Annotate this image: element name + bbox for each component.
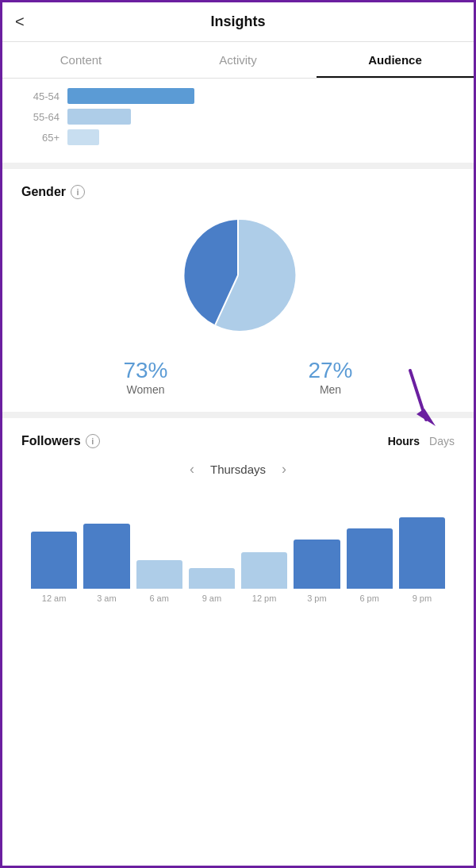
- age-row-65plus: 65+: [21, 129, 455, 145]
- age-row-55-64: 55-64: [21, 109, 455, 125]
- tabs-bar: Content Activity Audience: [2, 42, 474, 79]
- age-bar: [67, 129, 99, 145]
- women-label: Women: [123, 383, 167, 396]
- time-label-9am: 9 am: [186, 593, 238, 603]
- header: < Insights: [2, 2, 474, 42]
- age-label: 55-64: [21, 111, 60, 123]
- days-button[interactable]: Days: [429, 435, 455, 447]
- time-toggle: Hours Days: [388, 435, 455, 447]
- time-label-3am: 3 am: [80, 593, 132, 603]
- gender-pie-svg: [175, 212, 301, 339]
- men-label: Men: [308, 383, 352, 396]
- women-percentage: 73%: [123, 358, 167, 383]
- back-button[interactable]: <: [15, 13, 25, 31]
- followers-info-icon[interactable]: i: [86, 434, 100, 448]
- bar-time-labels: 12 am 3 am 6 am 9 am 12 pm 3 pm 6 pm 9 p…: [21, 593, 455, 603]
- followers-bar-chart: [21, 494, 455, 589]
- tab-activity[interactable]: Activity: [159, 42, 317, 78]
- time-label-12am: 12 am: [28, 593, 80, 603]
- age-bar: [67, 88, 194, 104]
- time-label-6pm: 6 pm: [344, 593, 396, 603]
- day-navigator: ‹ Thursdays ›: [21, 461, 455, 478]
- bar: [83, 524, 129, 589]
- gender-info-icon[interactable]: i: [71, 185, 85, 199]
- age-bar: [67, 109, 131, 125]
- time-label-3pm: 3 pm: [290, 593, 343, 603]
- gender-title: Gender i: [21, 185, 455, 199]
- bar-col-12pm: [238, 552, 290, 589]
- bar-col-6am: [133, 560, 186, 589]
- bar-col-9am: [186, 568, 238, 589]
- prev-day-button[interactable]: ‹: [190, 461, 194, 478]
- hours-button[interactable]: Hours: [388, 435, 420, 447]
- bar: [136, 560, 182, 589]
- bar: [347, 528, 393, 589]
- age-label: 65+: [21, 132, 60, 144]
- bar-col-12am: [28, 532, 80, 589]
- followers-header: Followers i Hours Days: [21, 434, 455, 448]
- time-label-6am: 6 am: [133, 593, 186, 603]
- bar-col-3am: [80, 524, 132, 589]
- followers-section: Followers i Hours Days ‹ Thursdays ›: [2, 418, 474, 611]
- age-row-45-54: 45-54: [21, 88, 455, 104]
- tab-content[interactable]: Content: [2, 42, 159, 78]
- bar-col-9pm: [396, 517, 448, 589]
- bar-col-3pm: [290, 540, 343, 589]
- tab-audience[interactable]: Audience: [317, 42, 474, 78]
- bar: [399, 517, 445, 589]
- bar-col-6pm: [344, 528, 396, 589]
- age-label: 45-54: [21, 90, 60, 102]
- age-section: 45-54 55-64 65+: [2, 79, 474, 169]
- bar: [31, 532, 77, 589]
- bar: [241, 552, 287, 589]
- page-title: Insights: [210, 13, 265, 30]
- gender-section: Gender i 73% Women 27% Men: [2, 169, 474, 418]
- followers-section-wrapper: Followers i Hours Days ‹ Thursdays ›: [2, 418, 474, 611]
- pie-chart: [21, 212, 455, 339]
- time-label-12pm: 12 pm: [238, 593, 290, 603]
- gender-stats: 73% Women 27% Men: [21, 358, 455, 396]
- day-label: Thursdays: [210, 463, 266, 476]
- followers-title: Followers i: [21, 434, 100, 448]
- time-label-9pm: 9 pm: [396, 593, 448, 603]
- bar: [189, 568, 235, 589]
- next-day-button[interactable]: ›: [282, 461, 286, 478]
- bar: [294, 540, 340, 589]
- men-stat: 27% Men: [308, 358, 352, 396]
- women-stat: 73% Women: [123, 358, 167, 396]
- men-percentage: 27%: [308, 358, 352, 383]
